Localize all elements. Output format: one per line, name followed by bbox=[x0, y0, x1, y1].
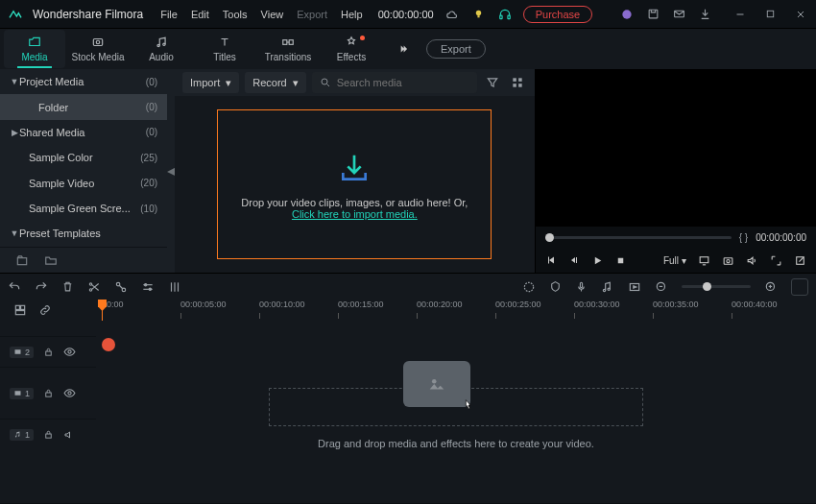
volume-icon[interactable] bbox=[746, 254, 758, 267]
track-v2-toggle[interactable]: 2 bbox=[10, 347, 34, 358]
more-tabs-icon[interactable] bbox=[396, 42, 411, 56]
menu-file[interactable]: File bbox=[160, 9, 178, 20]
grid-view-icon[interactable] bbox=[508, 72, 527, 93]
collapse-sidebar-handle[interactable]: ◀ bbox=[167, 69, 175, 273]
tab-stock-media[interactable]: Stock Media bbox=[67, 30, 129, 68]
voiceover-icon[interactable] bbox=[575, 280, 588, 293]
track-header-a1[interactable]: 1 bbox=[0, 419, 96, 449]
minimize-icon[interactable] bbox=[732, 7, 748, 22]
avatar-icon[interactable] bbox=[618, 6, 636, 23]
sidebar-item-sample-green[interactable]: Sample Green Scre... (10) bbox=[0, 196, 167, 221]
color-icon[interactable] bbox=[522, 280, 536, 294]
preview-viewport[interactable] bbox=[536, 69, 816, 227]
dragged-media-thumbnail[interactable] bbox=[403, 361, 470, 407]
purchase-button[interactable]: Purchase bbox=[523, 6, 592, 23]
svg-rect-11 bbox=[93, 39, 102, 46]
close-icon[interactable] bbox=[793, 7, 808, 22]
svg-rect-58 bbox=[46, 393, 52, 396]
menu-view[interactable]: View bbox=[261, 9, 284, 20]
lock-icon[interactable] bbox=[43, 388, 54, 398]
mute-icon[interactable] bbox=[63, 429, 75, 441]
new-folder-icon[interactable] bbox=[44, 253, 58, 267]
sidebar-item-folder[interactable]: Folder (0) bbox=[0, 94, 167, 119]
menu-export[interactable]: Export bbox=[297, 9, 327, 20]
svg-rect-17 bbox=[17, 257, 26, 264]
track-header-v1[interactable]: 1 bbox=[0, 367, 96, 419]
svg-rect-5 bbox=[649, 10, 658, 18]
menu-edit[interactable]: Edit bbox=[191, 9, 209, 20]
preview-scrubber[interactable] bbox=[545, 236, 732, 239]
zoom-in-icon[interactable] bbox=[764, 280, 778, 294]
speed-icon[interactable] bbox=[141, 280, 155, 294]
preview-timecode: 00:00:00:00 bbox=[756, 232, 806, 243]
expand-icon[interactable] bbox=[770, 254, 782, 267]
clip-marker-icon[interactable] bbox=[102, 338, 115, 351]
prev-frame-icon[interactable] bbox=[545, 254, 557, 266]
tab-transitions[interactable]: Transitions bbox=[257, 30, 319, 68]
media-dropzone[interactable]: Drop your video clips, images, or audio … bbox=[175, 96, 535, 273]
crop-icon[interactable] bbox=[114, 280, 128, 294]
import-button[interactable]: Import▾ bbox=[182, 72, 239, 93]
filter-icon[interactable] bbox=[483, 72, 502, 93]
step-back-icon[interactable] bbox=[568, 254, 580, 266]
audio-mixer-icon[interactable] bbox=[601, 280, 614, 294]
save-icon[interactable] bbox=[645, 6, 661, 22]
redo-icon[interactable] bbox=[35, 280, 48, 294]
tab-media[interactable]: Media bbox=[4, 30, 65, 68]
cloud-icon[interactable] bbox=[444, 6, 461, 23]
sidebar-item-sample-color[interactable]: Sample Color (25) bbox=[0, 145, 167, 170]
delete-icon[interactable] bbox=[61, 280, 74, 293]
tab-audio[interactable]: Audio bbox=[131, 30, 192, 68]
popout-icon[interactable] bbox=[794, 254, 806, 267]
track-v1-toggle[interactable]: 1 bbox=[10, 388, 34, 399]
zoom-fit-icon[interactable] bbox=[791, 278, 808, 296]
sidebar-item-project-media[interactable]: ▼ Project Media (0) bbox=[0, 69, 167, 94]
marker-icon[interactable] bbox=[549, 280, 562, 293]
headphones-icon[interactable] bbox=[496, 6, 514, 23]
svg-point-37 bbox=[149, 288, 151, 290]
track-a1-toggle[interactable]: 1 bbox=[10, 429, 34, 441]
menu-tools[interactable]: Tools bbox=[223, 9, 248, 20]
tracks-area[interactable]: Drag and drop media and effects here to … bbox=[96, 321, 816, 503]
record-button[interactable]: Record▾ bbox=[245, 72, 305, 93]
visibility-icon[interactable] bbox=[63, 387, 76, 399]
timeline-ruler[interactable]: 00:00 00:00:05:00 00:00:10:00 00:00:15:0… bbox=[96, 300, 816, 321]
sidebar-item-preset-templates[interactable]: ▼ Preset Templates bbox=[0, 221, 167, 246]
sidebar-item-sample-video[interactable]: Sample Video (20) bbox=[0, 171, 167, 196]
lightbulb-icon[interactable] bbox=[470, 6, 487, 22]
zoom-slider[interactable] bbox=[682, 285, 751, 288]
render-icon[interactable] bbox=[628, 280, 641, 294]
sidebar-item-shared-media[interactable]: ▶ Shared Media (0) bbox=[0, 120, 167, 145]
import-dropbox[interactable]: Drop your video clips, images, or audio … bbox=[217, 109, 492, 259]
import-media-link[interactable]: Click here to import media. bbox=[292, 208, 418, 220]
lock-icon[interactable] bbox=[43, 347, 54, 357]
lock-icon[interactable] bbox=[43, 429, 54, 440]
search-input[interactable] bbox=[337, 77, 469, 88]
new-bin-icon[interactable] bbox=[15, 253, 29, 267]
preview-controls: Full ▾ bbox=[536, 248, 816, 273]
display-icon[interactable] bbox=[698, 254, 710, 267]
zoom-out-icon[interactable] bbox=[655, 280, 668, 294]
undo-icon[interactable] bbox=[8, 280, 21, 294]
tab-titles[interactable]: Titles bbox=[194, 30, 255, 68]
timeline-thumbnails-icon[interactable] bbox=[13, 303, 27, 317]
timeline-link-icon[interactable] bbox=[38, 303, 52, 317]
download-icon[interactable] bbox=[697, 6, 713, 22]
visibility-icon[interactable] bbox=[63, 346, 76, 358]
split-icon[interactable] bbox=[87, 280, 101, 294]
svg-point-12 bbox=[96, 40, 100, 44]
menu-help[interactable]: Help bbox=[341, 9, 363, 20]
export-button[interactable]: Export bbox=[426, 39, 486, 59]
search-media[interactable] bbox=[312, 72, 477, 93]
ruler-tick: 00:00:40:00 bbox=[732, 300, 778, 309]
maximize-icon[interactable] bbox=[763, 7, 778, 22]
tab-effects[interactable]: Effects bbox=[321, 30, 382, 68]
preview-quality-button[interactable]: Full ▾ bbox=[663, 255, 686, 266]
play-icon[interactable] bbox=[591, 254, 604, 267]
stop-icon[interactable] bbox=[615, 255, 626, 266]
mail-icon[interactable] bbox=[671, 6, 687, 22]
adjust-icon[interactable] bbox=[168, 280, 181, 294]
playhead[interactable] bbox=[102, 300, 103, 321]
snapshot-icon[interactable] bbox=[722, 254, 734, 267]
track-header-v2[interactable]: 2 bbox=[0, 336, 96, 367]
